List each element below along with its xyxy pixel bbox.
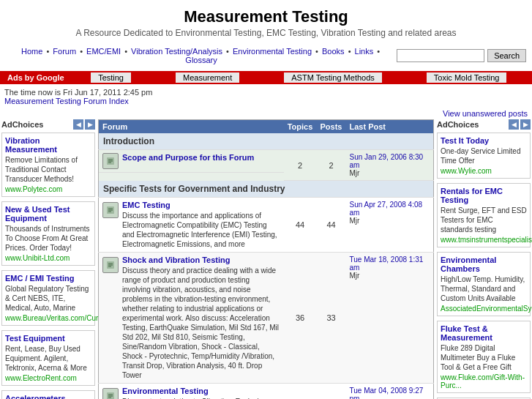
left-ad-2-title[interactable]: New & Used Test Equipment bbox=[5, 205, 91, 223]
nav-vibration[interactable]: Vibration Testing/Analysis bbox=[131, 47, 222, 56]
ad-link-1[interactable]: Testing bbox=[91, 72, 131, 83]
forum-topics-emc: 44 bbox=[284, 198, 317, 253]
forum-cell-shock-inner: Shock and Vibration Testing Discuss theo… bbox=[102, 256, 280, 380]
search-button[interactable]: Search bbox=[487, 49, 526, 62]
right-ad-4-url: www.Fluke.com/Gift-With-Purc... bbox=[441, 373, 527, 389]
left-ad-3: EMC / EMI Testing Global Regulatory Test… bbox=[1, 270, 95, 326]
nav-environmental[interactable]: Environmental Testing bbox=[233, 47, 312, 56]
section-specific-tests: Specific Tests for Government and Indust… bbox=[99, 181, 434, 198]
nav-forum[interactable]: Forum bbox=[53, 47, 76, 56]
forum-lastpost-scope-link[interactable]: Sun Jan 29, 2006 8:30 am bbox=[350, 153, 424, 169]
page-title: Measurement Testing bbox=[0, 7, 532, 26]
forum-icon-emc bbox=[102, 202, 119, 218]
section-introduction: Introduction bbox=[99, 133, 434, 150]
left-ad-prev[interactable]: ◀ bbox=[73, 119, 83, 130]
timestamp-row: The time now is Fri Jun 17, 2011 2:45 pm… bbox=[0, 86, 532, 108]
right-ad-nav: ◀ ▶ bbox=[509, 119, 531, 130]
right-ad-2-title[interactable]: Rentals for EMC Testing bbox=[441, 187, 527, 204]
ad-link-4[interactable]: Toxic Mold Testing bbox=[427, 72, 507, 83]
forum-posts-scope: 2 bbox=[317, 150, 346, 181]
col-forum: Forum bbox=[99, 120, 284, 134]
forum-cell-env-inner: Environmental Testing Discuss tests rela… bbox=[102, 387, 280, 399]
right-ad-3-body: High/Low Temp. Humidity, Thermal, Standa… bbox=[441, 275, 527, 303]
left-ad-choices-label: AdChoices bbox=[1, 120, 43, 129]
ad-link-2[interactable]: Measurement bbox=[176, 72, 239, 83]
right-ad-1: Test It Today One-day Service Limited Ti… bbox=[437, 133, 531, 179]
forum-title-emc[interactable]: EMC Testing bbox=[122, 201, 280, 209]
forum-title-scope[interactable]: Scope and Purpose for this Forum bbox=[122, 153, 254, 162]
right-ad-4-title[interactable]: Fluke Test & Measurement bbox=[441, 324, 527, 342]
ads-bar: Ads by Google Testing Measurement ASTM T… bbox=[0, 71, 532, 84]
nav-links[interactable]: Links bbox=[355, 47, 374, 56]
timestamp: The time now is Fri Jun 17, 2011 2:45 pm bbox=[4, 88, 152, 97]
left-ad-1-url: www.Polytec.com bbox=[5, 185, 91, 193]
right-ad-1-body: One-day Service Limited Time Offer bbox=[441, 146, 527, 165]
right-ad-prev[interactable]: ◀ bbox=[509, 119, 519, 130]
left-ad-1-body: Remove Limitations of Traditional Contac… bbox=[5, 155, 91, 184]
forum-row-shock: Shock and Vibration Testing Discuss theo… bbox=[99, 253, 434, 384]
col-posts: Posts bbox=[317, 120, 346, 134]
forum-lastpost-shock-by: Mjr bbox=[350, 272, 360, 280]
right-ad-3: Environmental Chambers High/Low Temp. Hu… bbox=[437, 252, 531, 316]
right-ad-2: Rentals for EMC Testing Rent Surge, EFT … bbox=[437, 183, 531, 247]
left-ad-header: AdChoices ◀ ▶ bbox=[1, 119, 95, 130]
left-ad-5-title[interactable]: Accelerometers bbox=[5, 394, 91, 399]
forum-lastpost-emc-by: Mjr bbox=[350, 217, 360, 225]
forum-content: Forum Topics Posts Last Post Introductio… bbox=[98, 119, 434, 399]
right-ad-next[interactable]: ▶ bbox=[520, 119, 531, 130]
view-unanswered-link[interactable]: View unanswered posts bbox=[443, 109, 528, 118]
left-ad-2-body: Thousands of Instruments To Choose From … bbox=[5, 224, 91, 253]
col-lastpost: Last Post bbox=[346, 120, 434, 134]
nav-glossary[interactable]: Glossary bbox=[185, 56, 217, 64]
left-ad-next[interactable]: ▶ bbox=[85, 119, 95, 130]
ad-link-3[interactable]: ASTM Testing Methods bbox=[284, 72, 382, 83]
forum-row-environmental: Environmental Testing Discuss tests rela… bbox=[99, 384, 434, 400]
left-ad-2-url: www.Unibit-Ltd.com bbox=[5, 254, 91, 262]
left-ad-2: New & Used Test Equipment Thousands of I… bbox=[1, 201, 95, 266]
left-ad-4-title[interactable]: Test Equipment bbox=[5, 334, 91, 343]
forum-topics-shock: 36 bbox=[284, 253, 317, 384]
ads-label: Ads by Google bbox=[3, 73, 69, 82]
forum-lastpost-env-link[interactable]: Tue Mar 04, 2008 9:27 pm bbox=[350, 387, 424, 399]
nav-home[interactable]: Home bbox=[21, 47, 42, 56]
forum-posts-shock: 33 bbox=[317, 253, 346, 384]
left-ad-1-title[interactable]: Vibration Measurement bbox=[5, 136, 91, 154]
right-ad-4-body: Fluke 289 Digital Multimeter Buy a Fluke… bbox=[441, 343, 527, 372]
forum-topics-scope: 2 bbox=[284, 150, 317, 181]
forum-cell-scope: Scope and Purpose for this Forum bbox=[99, 150, 284, 173]
forum-lastpost-emc: Sun Apr 27, 2008 4:08 am Mjr bbox=[346, 198, 434, 253]
right-ad-header: AdChoices ◀ ▶ bbox=[437, 119, 531, 130]
left-ad-3-title[interactable]: EMC / EMI Testing bbox=[5, 274, 91, 283]
right-ad-3-title[interactable]: Environmental Chambers bbox=[441, 256, 527, 273]
forum-title-shock[interactable]: Shock and Vibration Testing bbox=[122, 256, 280, 264]
forum-icon-scope bbox=[102, 153, 119, 169]
forum-info-scope: Scope and Purpose for this Forum bbox=[122, 153, 254, 162]
left-ad-4-url: www.ElectroRent.com bbox=[5, 374, 91, 382]
forum-lastpost-emc-link[interactable]: Sun Apr 27, 2008 4:08 am bbox=[350, 201, 423, 217]
forum-table: Forum Topics Posts Last Post Introductio… bbox=[98, 119, 434, 399]
nav-books[interactable]: Books bbox=[322, 47, 345, 56]
forum-posts-emc: 44 bbox=[317, 198, 346, 253]
forum-cell-emc: EMC Testing Discuss the importance and a… bbox=[99, 198, 284, 253]
forum-topics-env: 25 bbox=[284, 384, 317, 400]
forum-lastpost-env: Tue Mar 04, 2008 9:27 pm Mjr bbox=[346, 384, 434, 400]
forum-lastpost-scope-by: Mjr bbox=[350, 169, 360, 177]
forum-title-env[interactable]: Environmental Testing bbox=[122, 387, 280, 395]
nav-links: Home • Forum • EMC/EMI • Vibration Testi… bbox=[6, 43, 397, 68]
right-ad-3-url: AssociatedEnvironmentalSystems... bbox=[441, 305, 527, 313]
forum-icon-env bbox=[102, 388, 119, 399]
right-ad-choices-label: AdChoices bbox=[437, 120, 479, 129]
forum-desc-emc: Discuss the importance and applications … bbox=[122, 212, 277, 248]
right-ad-2-url: www.tmsinstrumentspecialists.com bbox=[441, 236, 527, 244]
right-ad-2-body: Rent Surge, EFT and ESD Testers for EMC … bbox=[441, 206, 527, 234]
forum-info-shock: Shock and Vibration Testing Discuss theo… bbox=[122, 256, 280, 380]
left-ad-1: Vibration Measurement Remove Limitations… bbox=[1, 133, 95, 197]
forum-lastpost-shock-link[interactable]: Tue Mar 18, 2008 1:31 am bbox=[350, 256, 424, 272]
nav-emc[interactable]: EMC/EMI bbox=[86, 47, 121, 56]
left-ad-4-body: Rent, Lease, Buy Used Equipment. Agilent… bbox=[5, 344, 91, 373]
forum-index-link[interactable]: Measurement Testing Forum Index bbox=[4, 97, 129, 105]
right-ad-1-url: www.Wylie.com bbox=[441, 167, 527, 175]
right-ad-1-title[interactable]: Test It Today bbox=[441, 136, 527, 145]
page-subtitle: A Resource Dedicated to Environmental Te… bbox=[0, 28, 532, 38]
search-input[interactable] bbox=[397, 49, 484, 62]
